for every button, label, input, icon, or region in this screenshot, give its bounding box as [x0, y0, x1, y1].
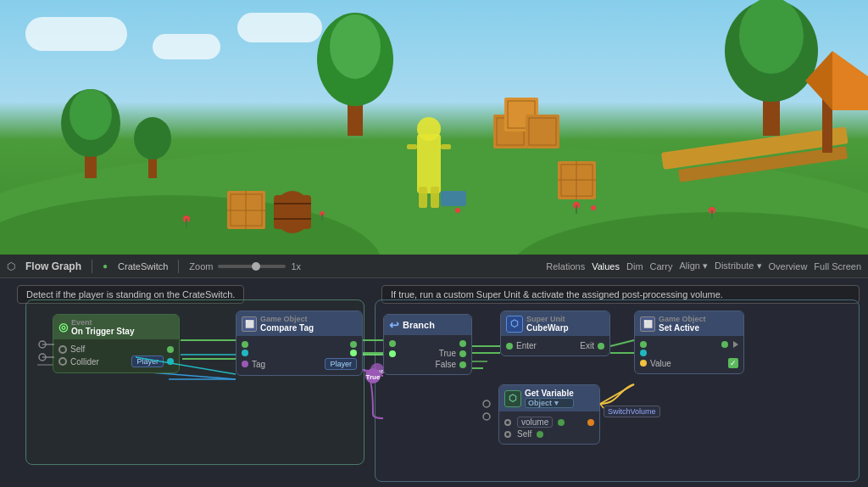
cubewarp-enter-port: Enter — [506, 341, 537, 350]
svg-rect-41 — [407, 144, 417, 149]
branch-in-port — [389, 340, 396, 347]
compare-gameobj-port — [242, 350, 248, 356]
getvar-subtitle[interactable]: Object ▾ — [525, 398, 574, 408]
branch-icon: ↩ — [389, 318, 399, 332]
setactive-gameobj-port — [640, 350, 647, 356]
svg-point-79 — [39, 341, 46, 348]
branch-cond-port — [389, 350, 396, 357]
node-branch[interactable]: ↩ Branch True — [383, 314, 472, 375]
svg-rect-39 — [419, 187, 427, 208]
compare-tag-label: Tag — [252, 360, 265, 369]
setactive-teal-dot — [640, 350, 647, 356]
getvar-volume-label: volume — [517, 417, 553, 428]
compare-out-port — [350, 341, 357, 348]
svg-point-48 — [455, 208, 460, 213]
compare-player-value: Player — [325, 358, 357, 370]
svg-rect-20 — [274, 195, 311, 229]
values-button[interactable]: Values — [592, 261, 620, 271]
svg-rect-40 — [431, 187, 439, 208]
crate-switch-icon: ● — [103, 261, 108, 271]
svg-point-5 — [70, 89, 112, 140]
player-badge: Player — [131, 355, 164, 367]
cubewarp-title: CubeWarp — [526, 323, 569, 333]
zoom-value: 1x — [291, 261, 301, 271]
svg-point-38 — [417, 117, 441, 141]
trigger-port-collider: Collider — [58, 357, 99, 367]
getvar-self-port: Self — [504, 429, 543, 439]
trigger-body: Self Collider Player — [53, 339, 179, 372]
svg-rect-45 — [186, 219, 187, 227]
setactive-value-label: Value — [650, 359, 671, 368]
node-compare-tag[interactable]: ⬜ Game Object Compare Tag — [236, 311, 363, 376]
setactive-checkbox-icon: ✓ — [728, 358, 738, 368]
setactive-flow-arrow — [733, 341, 738, 348]
trigger-port-self: Self — [58, 344, 85, 354]
getvar-self-row: Self — [504, 429, 594, 439]
connections-svg: True — [0, 278, 868, 487]
setactive-subtitle: Game Object — [659, 315, 706, 323]
branch-false-row: False — [389, 360, 466, 369]
node-trigger-header: ◎ Event On Trigger Stay — [53, 315, 179, 339]
getvar-volume-row: volume — [504, 417, 594, 428]
canvas-area[interactable]: Detect if the player is standing on the … — [0, 278, 868, 487]
setactive-gameobj-row — [640, 350, 738, 356]
cubewarp-body: Enter Exit — [501, 336, 609, 355]
setactive-body: Value ✓ — [635, 336, 743, 373]
align-button[interactable]: Align ▾ — [679, 260, 708, 271]
trigger-out-dot — [167, 346, 174, 353]
toolbar-right: Relations Values Dim Carry Align ▾ Distr… — [546, 260, 861, 271]
wires-svg: True — [0, 278, 868, 487]
cubewarp-enter-label: Enter — [516, 341, 537, 350]
cubewarp-ports-row: Enter Exit — [506, 341, 604, 350]
trigger-collider-out: Player — [131, 355, 174, 367]
trigger-event-label: Event — [71, 318, 134, 327]
cubewarp-exit-dot — [598, 343, 604, 350]
relations-button[interactable]: Relations — [546, 261, 585, 271]
zoom-control[interactable]: Zoom 1x — [189, 261, 301, 271]
compare-in-port — [242, 341, 248, 348]
dim-button[interactable]: Dim — [626, 261, 643, 271]
trigger-title: On Trigger Stay — [71, 327, 134, 336]
getvar-volume-circle — [504, 419, 511, 426]
compare-body: Tag Player — [236, 336, 362, 375]
desc-box-left: Detect if the player is standing on the … — [17, 285, 244, 304]
node-trigger-stay[interactable]: ◎ Event On Trigger Stay Self — [53, 314, 180, 373]
compare-teal-dot — [242, 350, 248, 356]
breadcrumb[interactable]: CrateSwitch — [118, 261, 168, 271]
fullscreen-button[interactable]: Full Screen — [814, 261, 861, 271]
setactive-in-port — [640, 341, 647, 348]
cubewarp-header: ⬡ Super Unit CubeWarp — [501, 311, 609, 336]
svg-point-81 — [483, 400, 490, 407]
flow-graph-toolbar: ⬡ Flow Graph ● CrateSwitch Zoom 1x Relat… — [0, 255, 868, 278]
game-viewport — [0, 0, 868, 255]
setactive-value-row: Value ✓ — [640, 358, 738, 368]
zoom-slider[interactable] — [218, 265, 286, 268]
setactive-value-port: Value — [640, 359, 671, 368]
trigger-self-label: Self — [70, 344, 85, 354]
node-get-variable[interactable]: ⬡ Get Variable Object ▾ volume — [498, 384, 600, 445]
distribute-button[interactable]: Distribute ▾ — [715, 260, 762, 271]
overview-button[interactable]: Overview — [769, 261, 808, 271]
svg-line-77 — [610, 340, 634, 346]
node-cubewarp[interactable]: ⬡ Super Unit CubeWarp Enter Exit — [500, 311, 610, 356]
carry-button[interactable]: Carry — [650, 261, 673, 271]
getvar-volume-port: volume — [504, 417, 565, 428]
branch-out-right — [459, 340, 466, 347]
svg-rect-43 — [441, 191, 466, 206]
compare-header: ⬜ Game Object Compare Tag — [236, 311, 362, 336]
branch-true-port: True — [439, 349, 466, 358]
branch-false-dot — [459, 361, 466, 368]
trigger-port-collider-row: Collider Player — [58, 355, 174, 367]
cubewarp-enter-dot — [506, 343, 513, 350]
setactive-checkbox: ✓ — [728, 358, 738, 368]
getvar-title: Get Variable — [525, 389, 574, 398]
trigger-collider-dot — [167, 358, 174, 365]
compare-bool-port — [350, 350, 357, 356]
switch-volume-label: SwitchVolume — [604, 406, 660, 417]
svg-point-73 — [365, 368, 381, 383]
compare-bool-dot — [350, 350, 357, 356]
branch-cond-row: True — [389, 349, 466, 358]
getvar-self-label: Self — [517, 429, 531, 439]
cubewarp-subtitle: Super Unit — [526, 315, 569, 323]
node-set-active[interactable]: ⬜ Game Object Set Active — [634, 311, 744, 374]
